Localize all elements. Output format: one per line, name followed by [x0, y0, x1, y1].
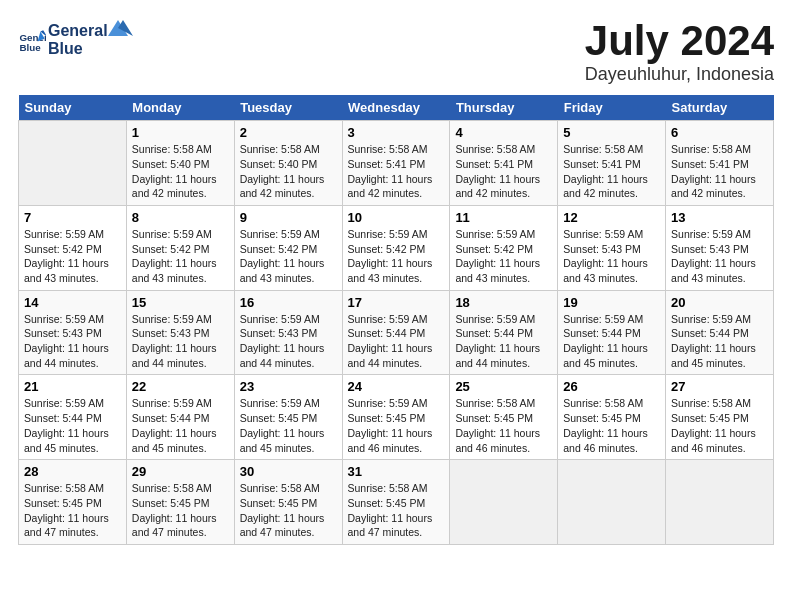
day-info: Sunrise: 5:59 AM Sunset: 5:44 PM Dayligh…	[348, 312, 445, 371]
calendar-cell	[666, 460, 774, 545]
day-info: Sunrise: 5:58 AM Sunset: 5:45 PM Dayligh…	[563, 396, 660, 455]
calendar-cell: 5Sunrise: 5:58 AM Sunset: 5:41 PM Daylig…	[558, 121, 666, 206]
calendar-cell: 17Sunrise: 5:59 AM Sunset: 5:44 PM Dayli…	[342, 290, 450, 375]
calendar-cell: 10Sunrise: 5:59 AM Sunset: 5:42 PM Dayli…	[342, 205, 450, 290]
calendar-header-row: SundayMondayTuesdayWednesdayThursdayFrid…	[19, 95, 774, 121]
calendar-cell: 15Sunrise: 5:59 AM Sunset: 5:43 PM Dayli…	[126, 290, 234, 375]
calendar-week-4: 21Sunrise: 5:59 AM Sunset: 5:44 PM Dayli…	[19, 375, 774, 460]
day-number: 2	[240, 125, 337, 140]
weekday-header-thursday: Thursday	[450, 95, 558, 121]
calendar-cell: 3Sunrise: 5:58 AM Sunset: 5:41 PM Daylig…	[342, 121, 450, 206]
day-info: Sunrise: 5:59 AM Sunset: 5:43 PM Dayligh…	[563, 227, 660, 286]
day-info: Sunrise: 5:59 AM Sunset: 5:43 PM Dayligh…	[240, 312, 337, 371]
header: General Blue General Blue July 2024 Daye…	[18, 18, 774, 85]
day-number: 10	[348, 210, 445, 225]
svg-text:Blue: Blue	[19, 43, 41, 54]
day-number: 20	[671, 295, 768, 310]
calendar-cell	[450, 460, 558, 545]
svg-text:General: General	[48, 22, 108, 39]
calendar-week-5: 28Sunrise: 5:58 AM Sunset: 5:45 PM Dayli…	[19, 460, 774, 545]
month-title: July 2024	[585, 18, 774, 64]
day-number: 6	[671, 125, 768, 140]
day-number: 8	[132, 210, 229, 225]
day-number: 19	[563, 295, 660, 310]
calendar-cell: 8Sunrise: 5:59 AM Sunset: 5:42 PM Daylig…	[126, 205, 234, 290]
day-number: 28	[24, 464, 121, 479]
calendar-cell: 30Sunrise: 5:58 AM Sunset: 5:45 PM Dayli…	[234, 460, 342, 545]
day-info: Sunrise: 5:58 AM Sunset: 5:45 PM Dayligh…	[671, 396, 768, 455]
day-number: 27	[671, 379, 768, 394]
day-number: 25	[455, 379, 552, 394]
day-number: 18	[455, 295, 552, 310]
calendar-cell	[558, 460, 666, 545]
calendar-week-3: 14Sunrise: 5:59 AM Sunset: 5:43 PM Dayli…	[19, 290, 774, 375]
day-number: 12	[563, 210, 660, 225]
day-info: Sunrise: 5:59 AM Sunset: 5:45 PM Dayligh…	[348, 396, 445, 455]
day-number: 17	[348, 295, 445, 310]
day-number: 23	[240, 379, 337, 394]
day-number: 21	[24, 379, 121, 394]
day-info: Sunrise: 5:59 AM Sunset: 5:43 PM Dayligh…	[671, 227, 768, 286]
calendar-cell: 13Sunrise: 5:59 AM Sunset: 5:43 PM Dayli…	[666, 205, 774, 290]
day-info: Sunrise: 5:59 AM Sunset: 5:42 PM Dayligh…	[24, 227, 121, 286]
day-number: 29	[132, 464, 229, 479]
day-info: Sunrise: 5:59 AM Sunset: 5:43 PM Dayligh…	[24, 312, 121, 371]
day-info: Sunrise: 5:59 AM Sunset: 5:43 PM Dayligh…	[132, 312, 229, 371]
day-info: Sunrise: 5:59 AM Sunset: 5:44 PM Dayligh…	[455, 312, 552, 371]
day-info: Sunrise: 5:58 AM Sunset: 5:45 PM Dayligh…	[348, 481, 445, 540]
calendar-cell: 1Sunrise: 5:58 AM Sunset: 5:40 PM Daylig…	[126, 121, 234, 206]
main-container: General Blue General Blue July 2024 Daye…	[0, 0, 792, 555]
calendar-cell: 12Sunrise: 5:59 AM Sunset: 5:43 PM Dayli…	[558, 205, 666, 290]
calendar-cell: 2Sunrise: 5:58 AM Sunset: 5:40 PM Daylig…	[234, 121, 342, 206]
calendar-cell: 29Sunrise: 5:58 AM Sunset: 5:45 PM Dayli…	[126, 460, 234, 545]
day-info: Sunrise: 5:58 AM Sunset: 5:45 PM Dayligh…	[240, 481, 337, 540]
calendar-week-1: 1Sunrise: 5:58 AM Sunset: 5:40 PM Daylig…	[19, 121, 774, 206]
calendar-cell: 24Sunrise: 5:59 AM Sunset: 5:45 PM Dayli…	[342, 375, 450, 460]
calendar-cell: 9Sunrise: 5:59 AM Sunset: 5:42 PM Daylig…	[234, 205, 342, 290]
weekday-header-saturday: Saturday	[666, 95, 774, 121]
day-info: Sunrise: 5:59 AM Sunset: 5:44 PM Dayligh…	[132, 396, 229, 455]
day-number: 13	[671, 210, 768, 225]
calendar-cell: 14Sunrise: 5:59 AM Sunset: 5:43 PM Dayli…	[19, 290, 127, 375]
weekday-header-monday: Monday	[126, 95, 234, 121]
day-info: Sunrise: 5:58 AM Sunset: 5:41 PM Dayligh…	[671, 142, 768, 201]
calendar-cell: 7Sunrise: 5:59 AM Sunset: 5:42 PM Daylig…	[19, 205, 127, 290]
calendar-cell: 28Sunrise: 5:58 AM Sunset: 5:45 PM Dayli…	[19, 460, 127, 545]
day-number: 30	[240, 464, 337, 479]
calendar-cell: 6Sunrise: 5:58 AM Sunset: 5:41 PM Daylig…	[666, 121, 774, 206]
location-title: Dayeuhluhur, Indonesia	[585, 64, 774, 85]
day-info: Sunrise: 5:58 AM Sunset: 5:45 PM Dayligh…	[132, 481, 229, 540]
day-info: Sunrise: 5:59 AM Sunset: 5:42 PM Dayligh…	[348, 227, 445, 286]
calendar-cell: 31Sunrise: 5:58 AM Sunset: 5:45 PM Dayli…	[342, 460, 450, 545]
weekday-header-sunday: Sunday	[19, 95, 127, 121]
day-number: 9	[240, 210, 337, 225]
calendar-cell: 27Sunrise: 5:58 AM Sunset: 5:45 PM Dayli…	[666, 375, 774, 460]
calendar-week-2: 7Sunrise: 5:59 AM Sunset: 5:42 PM Daylig…	[19, 205, 774, 290]
svg-text:Blue: Blue	[48, 40, 83, 57]
day-info: Sunrise: 5:58 AM Sunset: 5:40 PM Dayligh…	[240, 142, 337, 201]
calendar-cell: 4Sunrise: 5:58 AM Sunset: 5:41 PM Daylig…	[450, 121, 558, 206]
calendar-cell	[19, 121, 127, 206]
day-number: 26	[563, 379, 660, 394]
title-block: July 2024 Dayeuhluhur, Indonesia	[585, 18, 774, 85]
day-info: Sunrise: 5:58 AM Sunset: 5:41 PM Dayligh…	[455, 142, 552, 201]
logo-icon: General Blue	[18, 26, 46, 54]
day-number: 5	[563, 125, 660, 140]
day-info: Sunrise: 5:58 AM Sunset: 5:45 PM Dayligh…	[455, 396, 552, 455]
day-info: Sunrise: 5:59 AM Sunset: 5:44 PM Dayligh…	[671, 312, 768, 371]
day-number: 14	[24, 295, 121, 310]
logo-line1: General Blue	[48, 18, 138, 63]
calendar-table: SundayMondayTuesdayWednesdayThursdayFrid…	[18, 95, 774, 545]
day-number: 24	[348, 379, 445, 394]
day-info: Sunrise: 5:59 AM Sunset: 5:42 PM Dayligh…	[455, 227, 552, 286]
calendar-cell: 26Sunrise: 5:58 AM Sunset: 5:45 PM Dayli…	[558, 375, 666, 460]
calendar-cell: 16Sunrise: 5:59 AM Sunset: 5:43 PM Dayli…	[234, 290, 342, 375]
day-info: Sunrise: 5:58 AM Sunset: 5:40 PM Dayligh…	[132, 142, 229, 201]
day-number: 16	[240, 295, 337, 310]
calendar-cell: 21Sunrise: 5:59 AM Sunset: 5:44 PM Dayli…	[19, 375, 127, 460]
weekday-header-friday: Friday	[558, 95, 666, 121]
calendar-cell: 11Sunrise: 5:59 AM Sunset: 5:42 PM Dayli…	[450, 205, 558, 290]
day-number: 1	[132, 125, 229, 140]
day-number: 4	[455, 125, 552, 140]
calendar-cell: 18Sunrise: 5:59 AM Sunset: 5:44 PM Dayli…	[450, 290, 558, 375]
